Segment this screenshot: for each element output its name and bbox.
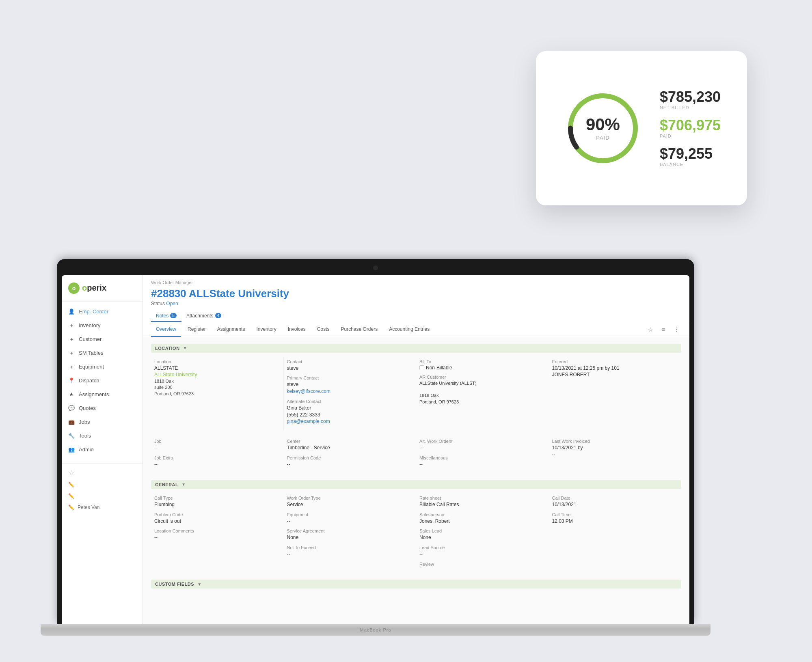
location-grid: Location ALLSTATE ALLState University 18… bbox=[151, 358, 681, 431]
alternate-contact-email[interactable]: gina@example.com bbox=[287, 418, 413, 425]
lead-source-label: Lead Source bbox=[419, 545, 546, 550]
contact-value: steve bbox=[287, 365, 413, 372]
dispatch-icon: 📍 bbox=[68, 377, 75, 384]
center-label: Center bbox=[287, 439, 413, 444]
laptop: o operix 👤 Emp. Center ＋ Inventory bbox=[41, 259, 710, 636]
rate-sheet-value: Billable Call Rates bbox=[419, 501, 546, 508]
general-section-header[interactable]: GENERAL ▼ bbox=[151, 480, 681, 489]
sidebar-item-customer[interactable]: ＋ Customer bbox=[62, 332, 143, 346]
net-billed-stat: $785,230 NET BILLED bbox=[660, 90, 721, 110]
attachments-badge: 4 bbox=[215, 313, 222, 318]
primary-contact-email[interactable]: kelsey@ifscore.com bbox=[287, 388, 413, 395]
location-link[interactable]: ALLState University bbox=[154, 371, 280, 378]
call-time-label: Call Time bbox=[552, 512, 678, 517]
location-section-header[interactable]: LOCATION ▼ bbox=[151, 344, 681, 353]
logo-text: operix bbox=[82, 283, 106, 293]
filter-icon[interactable]: ≡ bbox=[659, 325, 668, 334]
sidebar-item-sm-tables[interactable]: ＋ SM Tables bbox=[62, 346, 143, 360]
sidebar-item-emp-center[interactable]: 👤 Emp. Center bbox=[62, 305, 143, 319]
entered-by: JONES,ROBERT bbox=[552, 371, 678, 378]
call-type-label: Call Type bbox=[154, 496, 281, 500]
sidebar-edit-2[interactable]: ✏️ bbox=[68, 490, 136, 502]
equipment-value: -- bbox=[287, 518, 413, 525]
miscellaneous-value: -- bbox=[419, 461, 546, 468]
sidebar-item-admin[interactable]: 👥 Admin bbox=[62, 443, 143, 457]
not-to-exceed-value: -- bbox=[287, 551, 413, 558]
status-badge: Open bbox=[166, 301, 178, 306]
tab-purchase-orders[interactable]: Purchase Orders bbox=[336, 322, 382, 337]
balance-stat: $79,255 BALANCE bbox=[660, 147, 721, 167]
primary-contact-value: steve bbox=[287, 381, 413, 388]
sidebar-petes-van[interactable]: ✏️ Petes Van bbox=[68, 502, 136, 513]
general-grid: Call Type Plumbing Problem Code Circuit … bbox=[151, 494, 681, 573]
status-line: Status Open bbox=[151, 301, 681, 306]
non-billable-checkbox[interactable] bbox=[419, 365, 424, 370]
sidebar-item-inventory[interactable]: ＋ Inventory bbox=[62, 319, 143, 332]
sidebar-item-tools[interactable]: 🔧 Tools bbox=[62, 429, 143, 443]
doc-tabs-row: Notes 8 Attachments 4 bbox=[151, 311, 681, 322]
last-work-invoiced-label: Last Work Invoiced bbox=[552, 439, 678, 444]
salesperson-label: Salesperson bbox=[419, 512, 546, 517]
last-work-invoiced-value2: -- bbox=[552, 451, 678, 458]
sidebar-item-jobs[interactable]: 💼 Jobs bbox=[62, 415, 143, 429]
custom-fields-chevron-icon: ▼ bbox=[197, 582, 201, 587]
lead-source-value: -- bbox=[419, 551, 546, 558]
miscellaneous-label: Miscellaneous bbox=[419, 455, 546, 460]
equipment-icon: ＋ bbox=[68, 364, 75, 370]
laptop-base bbox=[41, 624, 710, 636]
call-type-value: Plumbing bbox=[154, 501, 281, 508]
ar-customer-label: AR Customer bbox=[419, 375, 546, 380]
admin-icon: 👥 bbox=[68, 446, 75, 453]
star-action-icon[interactable]: ☆ bbox=[646, 325, 655, 334]
non-billable-label: Non-Billable bbox=[426, 365, 452, 371]
card-stats: $785,230 NET BILLED $706,975 PAID $79,25… bbox=[660, 90, 721, 167]
tab-register[interactable]: Register bbox=[183, 322, 211, 337]
tools-icon: 🔧 bbox=[68, 433, 75, 439]
sidebar-edit-1[interactable]: ✏️ bbox=[68, 479, 136, 490]
paid-amount: $706,975 bbox=[660, 118, 721, 133]
location-grid-2: Job -- Job Extra -- Center bbox=[151, 437, 681, 474]
permission-code-label: Permission Code bbox=[287, 455, 413, 460]
edit-1-icon: ✏️ bbox=[68, 482, 74, 487]
nav-tabs: Overview Register Assignments Inventory … bbox=[143, 322, 689, 337]
tab-accounting-entries[interactable]: Accounting Entries bbox=[384, 322, 434, 337]
inventory-icon: ＋ bbox=[68, 322, 75, 329]
tab-notes[interactable]: Notes 8 bbox=[151, 311, 181, 322]
work-order-title: #28830 ALLState University bbox=[151, 287, 681, 300]
tab-attachments[interactable]: Attachments 4 bbox=[181, 311, 226, 322]
location-label: Location bbox=[154, 359, 280, 364]
primary-contact-label: Primary Contact bbox=[287, 375, 413, 380]
problem-code-label: Problem Code bbox=[154, 512, 281, 517]
sidebar: o operix 👤 Emp. Center ＋ Inventory bbox=[62, 275, 143, 624]
tab-assignments[interactable]: Assignments bbox=[212, 322, 250, 337]
location-comments-label: Location Comments bbox=[154, 528, 281, 533]
not-to-exceed-label: Not To Exceed bbox=[287, 545, 413, 550]
rate-sheet-label: Rate sheet bbox=[419, 496, 546, 500]
entered-value: 10/13/2021 at 12:25 pm by 101 bbox=[552, 365, 678, 372]
sidebar-item-quotes[interactable]: 💬 Quotes bbox=[62, 401, 143, 415]
tab-invoices[interactable]: Invoices bbox=[283, 322, 311, 337]
sidebar-item-dispatch[interactable]: 📍 Dispatch bbox=[62, 374, 143, 388]
permission-code-value: -- bbox=[287, 461, 413, 468]
bill-to-label: Bill To bbox=[419, 359, 546, 364]
more-options-icon[interactable]: ⋮ bbox=[672, 325, 681, 334]
net-billed-label: NET BILLED bbox=[660, 105, 721, 110]
location-code: ALLSTATE bbox=[154, 365, 280, 372]
tab-inventory[interactable]: Inventory bbox=[251, 322, 281, 337]
sidebar-item-assignments[interactable]: ★ Assignments bbox=[62, 388, 143, 401]
non-billable-check[interactable]: Non-Billable bbox=[419, 365, 546, 371]
call-date-value: 10/13/2021 bbox=[552, 501, 678, 508]
tab-costs[interactable]: Costs bbox=[312, 322, 335, 337]
edit-2-icon: ✏️ bbox=[68, 493, 74, 499]
customer-icon: ＋ bbox=[68, 336, 75, 343]
notes-badge: 8 bbox=[170, 313, 177, 318]
main-content: Work Order Manager #28830 ALLState Unive… bbox=[143, 275, 689, 624]
tab-overview[interactable]: Overview bbox=[151, 322, 181, 337]
alternate-contact-label: Alternate Contact bbox=[287, 399, 413, 404]
content-area: LOCATION ▼ Location ALLSTATE ALLState Un… bbox=[143, 337, 689, 600]
star-icon[interactable]: ☆ bbox=[68, 467, 136, 479]
sidebar-item-equipment[interactable]: ＋ Equipment bbox=[62, 360, 143, 374]
job-extra-label: Job Extra bbox=[154, 455, 281, 460]
custom-fields-section-header[interactable]: CUSTOM FIELDS ▼ bbox=[151, 580, 681, 589]
paid-label: PAID bbox=[660, 134, 721, 138]
